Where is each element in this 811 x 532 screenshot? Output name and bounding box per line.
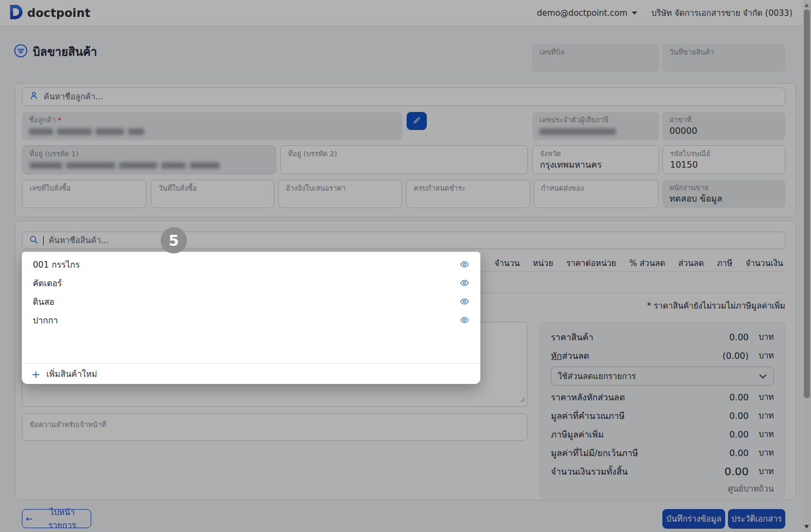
product-option-name: คัตเตอร์ — [33, 276, 457, 290]
sales-bill-page: doctpoint demo@doctpoint.com บริษัท จัดก… — [0, 0, 811, 532]
product-option-name: ดินสอ — [33, 295, 457, 309]
product-option[interactable]: ปากกา — [22, 311, 480, 329]
product-option-name: ปากกา — [33, 314, 457, 327]
view-product-button[interactable] — [457, 314, 472, 326]
product-option[interactable]: คัตเตอร์ — [22, 274, 480, 292]
view-product-button[interactable] — [457, 277, 472, 289]
view-product-button[interactable] — [457, 258, 472, 270]
product-option[interactable]: ดินสอ — [22, 292, 480, 311]
add-new-product-button[interactable]: + เพิ่มสินค้าใหม่ — [22, 364, 480, 384]
click-step-badge: 5 — [161, 227, 187, 253]
add-new-product-label: เพิ่มสินค้าใหม่ — [46, 367, 97, 381]
plus-icon: + — [31, 369, 40, 380]
view-product-button[interactable] — [457, 295, 472, 308]
product-option-name: 001 กรรไกร — [33, 258, 457, 271]
product-option[interactable]: 001 กรรไกร — [22, 255, 480, 274]
product-dropdown: 001 กรรไกร คัตเตอร์ ดินสอ — [22, 252, 480, 384]
